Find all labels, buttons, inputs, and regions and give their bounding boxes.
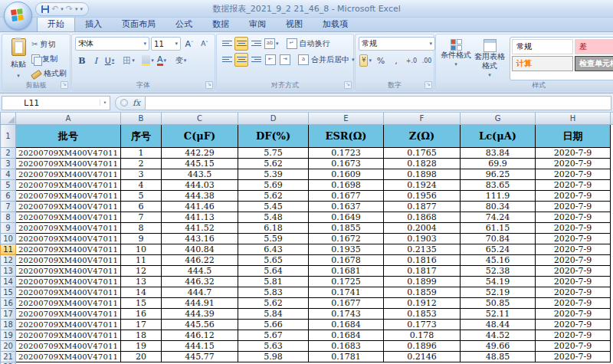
cell-style-item[interactable]: 计算 bbox=[512, 56, 573, 71]
name-box[interactable]: L11▾ bbox=[2, 96, 110, 110]
font-color-button[interactable]: A▾ bbox=[155, 54, 169, 67]
cell[interactable] bbox=[611, 330, 613, 341]
cell[interactable]: 6.18 bbox=[238, 223, 309, 234]
cell[interactable] bbox=[611, 341, 613, 352]
cell[interactable]: 0.1698 bbox=[309, 180, 384, 191]
cut-button[interactable]: ✂剪切 bbox=[31, 38, 67, 50]
cell[interactable]: 45.16 bbox=[461, 255, 536, 266]
cell[interactable]: 0.1956 bbox=[384, 191, 461, 202]
cell[interactable] bbox=[611, 169, 613, 180]
insert-function-icon[interactable]: fx bbox=[133, 98, 140, 108]
cell[interactable]: 442.29 bbox=[162, 148, 238, 159]
cell[interactable]: 1 bbox=[121, 148, 162, 159]
cell[interactable]: 2020-7-9 bbox=[536, 320, 611, 330]
name-box-dropdown-icon[interactable]: ▾ bbox=[100, 100, 110, 106]
cell[interactable]: 0.1637 bbox=[309, 202, 384, 212]
undo-icon[interactable]: ↶ bbox=[51, 5, 58, 13]
cell[interactable] bbox=[611, 298, 613, 309]
table-header-cell[interactable]: C(μF) bbox=[162, 125, 238, 148]
cell[interactable]: 444.38 bbox=[162, 191, 238, 202]
cell[interactable]: 0.1868 bbox=[384, 212, 461, 223]
borders-button[interactable]: 田▾ bbox=[122, 54, 136, 67]
cell[interactable]: 0.178 bbox=[384, 330, 461, 341]
cell[interactable]: 2020-7-9 bbox=[536, 191, 611, 202]
format-as-table-dropdown-icon[interactable]: ▾ bbox=[488, 71, 491, 80]
ribbon-tab[interactable]: 视图 bbox=[276, 17, 313, 31]
cell[interactable] bbox=[611, 287, 613, 298]
cell[interactable]: 0.1924 bbox=[384, 180, 461, 191]
cell[interactable]: 0.1673 bbox=[309, 159, 384, 169]
cell[interactable]: 5.62 bbox=[238, 191, 309, 202]
cell[interactable]: 20200709XM400V47011 bbox=[16, 212, 121, 223]
cell[interactable]: 0.2004 bbox=[384, 223, 461, 234]
font-dialog-launcher-icon[interactable]: ↘ bbox=[205, 81, 213, 89]
cell[interactable]: 5.62 bbox=[238, 298, 309, 309]
row-header[interactable]: 7 bbox=[1, 202, 16, 212]
table-header-cell[interactable]: 批号 bbox=[16, 125, 121, 148]
percent-style-button[interactable]: % bbox=[374, 54, 388, 67]
cell[interactable]: 20200709XM400V47011 bbox=[16, 352, 121, 362]
cell[interactable] bbox=[611, 159, 613, 169]
cell[interactable]: 54.19 bbox=[461, 277, 536, 287]
align-top-button[interactable] bbox=[220, 37, 234, 51]
table-header-cell[interactable]: Z(Ω) bbox=[384, 125, 461, 148]
format-painter-button[interactable]: 格式刷 bbox=[31, 67, 67, 79]
ribbon-tab[interactable]: 页面布局 bbox=[112, 17, 166, 31]
cell[interactable]: 5.65 bbox=[238, 255, 309, 266]
cell[interactable]: 5.75 bbox=[238, 148, 309, 159]
cell[interactable]: 2020-7-9 bbox=[536, 277, 611, 287]
cell[interactable]: 7 bbox=[121, 212, 162, 223]
cell[interactable] bbox=[611, 180, 613, 191]
row-header[interactable]: 10 bbox=[1, 234, 16, 244]
select-all-corner[interactable] bbox=[1, 113, 16, 125]
phonetic-guide-button[interactable]: 变▾ bbox=[174, 54, 188, 67]
cell[interactable]: 2020-7-9 bbox=[536, 212, 611, 223]
cell[interactable]: 65.24 bbox=[461, 244, 536, 255]
row-header[interactable]: 14 bbox=[1, 277, 16, 287]
cell[interactable]: 2020-7-9 bbox=[536, 309, 611, 320]
cell[interactable]: 0.1816 bbox=[384, 255, 461, 266]
cell[interactable]: 5.69 bbox=[238, 180, 309, 191]
decrease-indent-button[interactable]: ⇤ bbox=[264, 53, 277, 67]
cell[interactable]: 0.1773 bbox=[384, 320, 461, 330]
cell[interactable]: 61.15 bbox=[461, 223, 536, 234]
align-center-button[interactable] bbox=[234, 53, 248, 67]
column-header-E[interactable]: E bbox=[309, 113, 384, 125]
increase-indent-button[interactable]: ⇥ bbox=[278, 53, 292, 67]
merge-center-button[interactable]: a合并后居中▾ bbox=[298, 54, 355, 66]
cell[interactable]: 20200709XM400V47011 bbox=[16, 255, 121, 266]
align-bottom-button[interactable] bbox=[249, 37, 263, 51]
formula-input[interactable] bbox=[146, 96, 611, 110]
cell[interactable]: 8 bbox=[121, 223, 162, 234]
row-header[interactable]: 21 bbox=[1, 352, 16, 362]
cell[interactable]: 2020-7-9 bbox=[536, 159, 611, 169]
cell[interactable]: 20200709XM400V47011 bbox=[16, 320, 121, 330]
cell[interactable]: 10 bbox=[121, 244, 162, 255]
column-header-F[interactable]: F bbox=[384, 113, 461, 125]
cell[interactable]: 441.52 bbox=[162, 223, 238, 234]
cell[interactable]: 2020-7-9 bbox=[536, 244, 611, 255]
table-header-cell[interactable]: Lc(μA) bbox=[461, 125, 536, 148]
alignment-dialog-launcher-icon[interactable]: ↘ bbox=[344, 81, 352, 89]
cell[interactable]: 2020-7-9 bbox=[536, 255, 611, 266]
row-header[interactable]: 6 bbox=[1, 191, 16, 202]
cell[interactable]: 0.1935 bbox=[309, 244, 384, 255]
cell[interactable]: 5 bbox=[121, 191, 162, 202]
row-header[interactable]: 12 bbox=[1, 255, 16, 266]
cell[interactable]: 48.44 bbox=[461, 320, 536, 330]
ribbon-tab[interactable]: 审阅 bbox=[239, 17, 276, 31]
cell[interactable]: 15 bbox=[121, 298, 162, 309]
ribbon-tab[interactable]: 插入 bbox=[75, 17, 112, 31]
cell[interactable]: 0.1899 bbox=[384, 277, 461, 287]
cell[interactable]: 0.1684 bbox=[309, 330, 384, 341]
cell[interactable]: 83.65 bbox=[461, 180, 536, 191]
cell[interactable]: 0.1609 bbox=[309, 169, 384, 180]
row-header[interactable]: 13 bbox=[1, 266, 16, 277]
cell[interactable]: 444.7 bbox=[162, 287, 238, 298]
cell[interactable]: 0.1678 bbox=[309, 255, 384, 266]
cell[interactable]: 20 bbox=[121, 352, 162, 362]
cell[interactable]: 0.1859 bbox=[384, 287, 461, 298]
cell[interactable]: 2020-7-9 bbox=[536, 298, 611, 309]
redo-icon[interactable]: ↷ bbox=[66, 5, 73, 13]
cell[interactable]: 5.84 bbox=[238, 309, 309, 320]
